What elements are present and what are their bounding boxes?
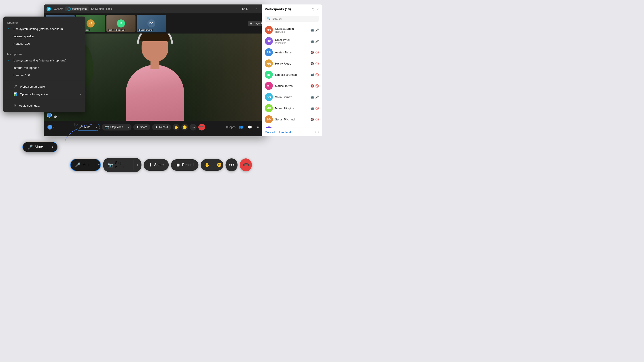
audio-settings-item[interactable]: ⚙ Audio settings...: [3, 102, 86, 109]
info-icon: i: [67, 7, 71, 11]
use-system-speaker-item[interactable]: ✓ Use system setting (internal speakers): [3, 25, 86, 33]
participant-info: Henry Riggs: [275, 62, 308, 65]
participant-item-9[interactable]: MB Matthew Baker 📹 🚫: [262, 125, 322, 128]
toolbar-end-call-button[interactable]: 📞: [240, 158, 252, 171]
meeting-info-button[interactable]: i Meeting info: [65, 6, 88, 11]
minimize-button[interactable]: –: [250, 7, 253, 10]
mic-status-icon: 🚫: [315, 73, 319, 76]
chat-button[interactable]: 💬: [246, 124, 253, 131]
window-controls: – □ ✕: [250, 7, 263, 10]
participants-panel: Participants (10) ⬡ ✕ 🔍 CS Clarissa Smit…: [262, 4, 322, 136]
participant-item-8[interactable]: SP Sonali Pitchard 🔇 🚫: [262, 114, 322, 125]
participant-item-0[interactable]: CS Clarissa Smith Host, me 📹 🎤: [262, 24, 322, 35]
toolbar-mic-icon: 🎤: [75, 162, 80, 168]
status-indicator: [47, 113, 52, 117]
show-menu-button[interactable]: Show menu bar ▾: [91, 7, 112, 10]
use-system-speaker-label: Use system setting (internal speakers): [14, 27, 63, 31]
people-icon: 👥: [238, 125, 243, 129]
participant-item-1[interactable]: UP Umar Patel Presenter 📹 🎤: [262, 35, 322, 47]
participant-name: Sofia Gomez: [275, 95, 308, 99]
optimize-voice-item[interactable]: 📊 Optimize for my voice ▾: [3, 90, 86, 98]
more-options-button[interactable]: •••: [190, 124, 196, 130]
toolbar-stop-video-button[interactable]: 📷 Stop video: [103, 158, 134, 172]
toolbar-hand-icon: ✋: [204, 162, 210, 168]
participant-avatar: UP: [265, 37, 273, 45]
stop-video-button-group[interactable]: 📷 Stop video ▾: [102, 124, 132, 130]
right-controls-area: ⊞ Apps 👥 💬 •••: [226, 124, 262, 131]
mute-button-large[interactable]: 🎤 Mute ▲: [22, 142, 58, 152]
mute-main-large-button[interactable]: 🎤 Mute: [23, 142, 48, 152]
participants-list: CS Clarissa Smith Host, me 📹 🎤 UP Umar P…: [262, 23, 322, 128]
thumbnail-darren[interactable]: DO Darren Owens: [137, 15, 166, 32]
toolbar-mute-chevron[interactable]: ▾: [95, 160, 101, 170]
close-panel-icon[interactable]: ✕: [316, 7, 319, 11]
participants-button[interactable]: 👥: [237, 124, 244, 131]
toolbar-hand-button[interactable]: ✋: [201, 159, 214, 171]
apps-button[interactable]: ⊞ Apps: [226, 126, 236, 129]
reactions-button[interactable]: ✋: [173, 124, 180, 130]
toolbar-record-icon: ⏺: [176, 162, 180, 168]
participant-name: Austen Baker: [275, 51, 308, 54]
toolbar-mute-button[interactable]: 🎤 Mute: [70, 159, 95, 171]
toolbar-more-button[interactable]: •••: [226, 158, 238, 171]
participant-item-5[interactable]: MT Marise Torres 🔇 🚫: [262, 80, 322, 91]
toolbar-ellipsis-icon: •••: [229, 162, 234, 168]
use-system-mic-item[interactable]: ✓ Use system setting (internal microphon…: [3, 57, 86, 64]
participant-controls: 🔇 🚫: [310, 118, 319, 121]
title-bar: W Webex i Meeting info Show menu bar ▾ 1…: [44, 4, 266, 13]
more-right-button[interactable]: •••: [255, 124, 262, 131]
mic-status-icon: 🚫: [315, 62, 319, 65]
participant-item-7[interactable]: MH Murad Higgins 📹 🚫: [262, 103, 322, 114]
participant-name: Isabella Brennan: [275, 73, 308, 76]
emoji-button[interactable]: 😊: [181, 124, 188, 130]
toolbar-reactions-group[interactable]: ✋ 😊: [201, 159, 224, 171]
toolbar-mute-group[interactable]: 🎤 Mute ▾: [70, 159, 101, 171]
participant-controls: 📹 🚫: [310, 73, 319, 76]
participant-item-3[interactable]: HR Henry Riggs 🔇 🚫: [262, 58, 322, 69]
audio-menu: Speaker ✓ Use system setting (internal s…: [3, 16, 86, 112]
participant-item-4[interactable]: IB Isabella Brennan 📹 🚫: [262, 69, 322, 80]
speaker-section-title: Speaker: [3, 20, 86, 25]
internal-speaker-item[interactable]: Internal speaker: [3, 33, 86, 40]
panel-header-icons: ⬡ ✕: [312, 7, 319, 11]
optimize-voice-label: Optimize for my voice: [20, 92, 48, 96]
end-call-button[interactable]: 📞: [198, 124, 205, 130]
mic-status-icon: 🚫: [315, 118, 319, 121]
toolbar-stop-video-chevron[interactable]: ▾: [134, 160, 141, 170]
headset-speaker-label: Headset 100: [14, 42, 30, 45]
webex-smart-audio-item[interactable]: 🎤 Webex smart audio: [3, 83, 86, 90]
toolbar-stop-video-group[interactable]: 📷 Stop video ▾: [103, 158, 141, 172]
mute-main-button[interactable]: 🎤 Mute: [76, 124, 93, 130]
participant-item-2[interactable]: AB Austen Baker 🔇 🚫: [262, 47, 322, 58]
mute-all-button[interactable]: Mute all: [265, 130, 275, 134]
maximize-button[interactable]: □: [255, 7, 258, 10]
stop-video-chevron-button[interactable]: ▾: [126, 124, 132, 130]
mic-status-icon: 🚫: [315, 107, 319, 110]
panel-header: Participants (10) ⬡ ✕: [262, 4, 322, 14]
thumbnail-isabelle[interactable]: IB Isabelle Brennan: [106, 15, 136, 32]
share-button[interactable]: ⬆ Share: [133, 124, 150, 130]
video-status-icon: 📹: [310, 73, 314, 76]
toolbar-share-button[interactable]: ⬆ Share: [144, 159, 168, 171]
expand-icon[interactable]: ⬡: [312, 7, 314, 11]
mute-chevron-button[interactable]: ▲: [93, 124, 100, 130]
mute-button-group[interactable]: 🎤 Mute ▲: [76, 124, 100, 131]
search-input[interactable]: [272, 17, 317, 20]
toolbar-emoji-button[interactable]: 😊: [214, 159, 224, 170]
optimize-icon: 📊: [14, 92, 17, 96]
headset-mic-item[interactable]: Headset 100: [3, 71, 86, 79]
unmute-all-button[interactable]: Unmute all: [278, 130, 292, 134]
chevron-up-large-icon: ▲: [51, 145, 54, 149]
stop-video-main-button[interactable]: 📷 Stop video: [102, 124, 126, 130]
mute-chevron-large-button[interactable]: ▲: [48, 143, 57, 151]
headset-speaker-item[interactable]: Headset 100: [3, 40, 86, 47]
internal-mic-item[interactable]: Internal microphone: [3, 64, 86, 71]
toolbar-record-button[interactable]: ⏺ Record: [171, 159, 198, 171]
toolbar-video-icon: 📷: [108, 162, 113, 168]
participant-item-6[interactable]: SG Sofia Gomez 📹 🎤: [262, 91, 322, 103]
video-off-icon: 🔇: [310, 51, 314, 54]
record-button[interactable]: ⏺ Record: [152, 124, 171, 130]
footer-more-icon[interactable]: •••: [315, 130, 319, 134]
video-status-icon: 📹: [310, 95, 314, 99]
person-headphones: [137, 33, 173, 43]
